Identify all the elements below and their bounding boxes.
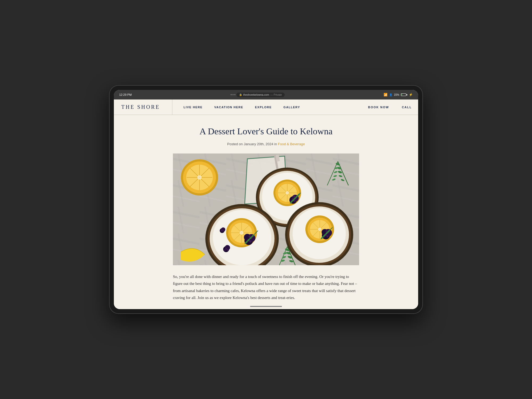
logo-area[interactable]: THE SHORE bbox=[114, 99, 172, 115]
nav-cta-area: BOOK NOW CALL bbox=[362, 99, 418, 115]
nav-vacation-here[interactable]: VACATION HERE bbox=[209, 106, 249, 109]
lock-icon: 🔒 bbox=[239, 93, 242, 96]
meta-in: in bbox=[274, 142, 278, 146]
meta-prefix: Posted on bbox=[227, 142, 244, 146]
svg-point-85 bbox=[227, 249, 228, 251]
post-meta: Posted on January 20th, 2024 in Food & B… bbox=[173, 142, 359, 146]
dessert-illustration bbox=[173, 153, 359, 265]
battery-icon bbox=[401, 93, 407, 96]
post-date: January 20th, 2024 bbox=[244, 142, 273, 146]
post-image bbox=[173, 153, 359, 265]
home-indicator[interactable] bbox=[250, 306, 282, 307]
nav-call[interactable]: CALL bbox=[396, 106, 418, 109]
nav-book-now[interactable]: BOOK NOW bbox=[362, 106, 396, 109]
svg-point-81 bbox=[221, 230, 222, 232]
svg-point-27 bbox=[286, 191, 289, 194]
url-bar[interactable]: 🔒 theshorekelowna.com — Private bbox=[236, 93, 284, 97]
battery-percentage: 15% bbox=[394, 93, 399, 96]
svg-point-68 bbox=[249, 240, 252, 243]
site-logo[interactable]: THE SHORE bbox=[121, 104, 160, 110]
tab-dots bbox=[231, 94, 235, 95]
home-bar bbox=[114, 304, 418, 309]
content-inner: A Dessert Lover's Guide to Kelowna Poste… bbox=[173, 126, 359, 301]
status-bar: 12:29 PM 🔒 theshorekelowna.com — Private… bbox=[114, 90, 418, 99]
device-screen: 12:29 PM 🔒 theshorekelowna.com — Private… bbox=[114, 90, 418, 309]
status-right: 📶 👤 15% ⚡ bbox=[384, 93, 413, 97]
privacy-label: — Private bbox=[270, 93, 282, 96]
nav-live-here[interactable]: LIVE HERE bbox=[178, 106, 209, 109]
svg-point-34 bbox=[293, 196, 295, 198]
status-center: 🔒 theshorekelowna.com — Private bbox=[231, 93, 284, 97]
svg-point-80 bbox=[222, 230, 224, 232]
svg-point-113 bbox=[326, 235, 329, 238]
wifi-icon: 📶 bbox=[384, 93, 388, 97]
nav-gallery[interactable]: GALLERY bbox=[278, 106, 306, 109]
site-navigation: THE SHORE LIVE HERE VACATION HERE EXPLOR… bbox=[114, 99, 418, 115]
nav-explore[interactable]: EXPLORE bbox=[249, 106, 278, 109]
url-text[interactable]: theshorekelowna.com bbox=[243, 93, 269, 96]
post-category-link[interactable]: Food & Beverage bbox=[278, 142, 305, 146]
svg-point-86 bbox=[224, 249, 226, 251]
post-title: A Dessert Lover's Guide to Kelowna bbox=[173, 126, 359, 137]
charging-icon: ⚡ bbox=[409, 93, 413, 97]
svg-point-63 bbox=[240, 231, 243, 235]
svg-point-84 bbox=[225, 248, 227, 250]
nav-links: LIVE HERE VACATION HERE EXPLORE GALLERY bbox=[172, 99, 362, 115]
ipad-device-frame: 12:29 PM 🔒 theshorekelowna.com — Private… bbox=[109, 85, 423, 314]
status-time-date: 12:29 PM bbox=[119, 93, 132, 96]
svg-point-15 bbox=[197, 175, 202, 180]
user-icon: 👤 bbox=[389, 93, 392, 96]
post-body: So, you're all done with dinner and read… bbox=[173, 273, 359, 301]
main-content[interactable]: A Dessert Lover's Guide to Kelowna Poste… bbox=[114, 115, 418, 304]
svg-point-108 bbox=[318, 228, 321, 231]
